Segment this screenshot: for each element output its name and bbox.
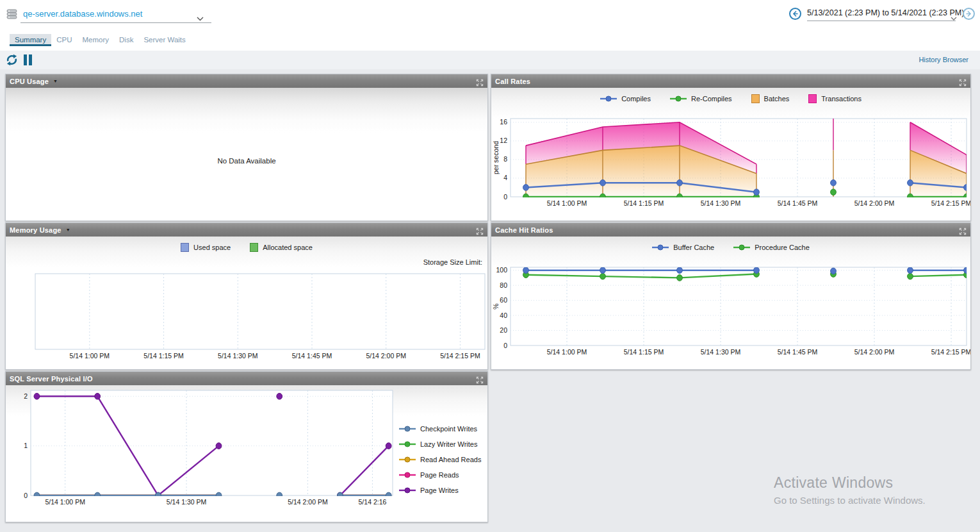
expand-icon: [476, 79, 484, 87]
re-compiles-marker-icon: [670, 96, 687, 102]
cache-hit-ratios-header: Cache Hit Ratios: [491, 223, 970, 237]
previous-range-button[interactable]: [789, 8, 801, 20]
legend-label: Compiles: [621, 95, 651, 103]
legend-label: Transactions: [821, 95, 862, 103]
read-ahead-reads-marker-icon: [399, 456, 416, 463]
legend-item-buffer-cache[interactable]: Buffer Cache: [652, 244, 714, 251]
cpu-usage-dropdown-arrow-icon[interactable]: ▼: [53, 79, 58, 83]
legend-item-compiles[interactable]: Compiles: [600, 95, 651, 103]
svg-text:5/14 1:30 PM: 5/14 1:30 PM: [167, 498, 206, 506]
svg-text:5/14 1:00 PM: 5/14 1:00 PM: [547, 348, 587, 356]
memory-usage-panel: Memory Usage ▼ Used spaceAllocated space…: [5, 222, 488, 370]
legend-label: Page Writes: [420, 486, 459, 494]
legend-item-lazy-writer-writes[interactable]: Lazy Writer Writes: [399, 440, 487, 448]
storage-size-limit-label: Storage Size Limit:: [6, 258, 487, 270]
memory-usage-expand-button[interactable]: [476, 226, 484, 234]
svg-text:%: %: [492, 303, 500, 309]
physical-io-chart: 5/14 1:00 PM5/14 1:30 PM5/14 2:00 PM5/14…: [6, 385, 402, 513]
cpu-usage-header: CPU Usage ▼: [6, 74, 487, 88]
cpu-usage-body: No Data Available: [6, 88, 487, 220]
cache-hit-ratios-expand-button[interactable]: [959, 226, 967, 234]
tab-memory[interactable]: Memory: [77, 34, 114, 46]
legend-label: Lazy Writer Writes: [420, 440, 477, 448]
memory-usage-header: Memory Usage ▼: [6, 223, 487, 237]
activate-windows-subtext: Go to Settings to activate Windows.: [774, 495, 926, 506]
memory-usage-dropdown-arrow-icon[interactable]: ▼: [66, 228, 70, 232]
used-space-marker-icon: [181, 243, 189, 252]
pause-icon: [24, 54, 34, 65]
time-range-value[interactable]: 5/13/2021 (2:23 PM) to 5/14/2021 (2:23 P…: [807, 8, 956, 21]
refresh-icon: [5, 53, 19, 67]
physical-io-panel: SQL Server Physical I/O 5/14 1:00 PM5/14…: [5, 371, 488, 522]
svg-text:per second: per second: [492, 141, 500, 174]
physical-io-body: 5/14 1:00 PM5/14 1:30 PM5/14 2:00 PM5/14…: [6, 385, 487, 522]
pause-button[interactable]: [22, 53, 36, 67]
svg-text:8: 8: [503, 155, 507, 163]
legend-item-procedure-cache[interactable]: Procedure Cache: [733, 244, 810, 251]
buffer-cache-marker-icon: [652, 244, 669, 251]
tab-summary[interactable]: Summary: [10, 34, 51, 46]
memory-usage-title: Memory Usage: [10, 226, 61, 234]
legend-item-checkpoint-writes[interactable]: Checkpoint Writes: [399, 425, 487, 433]
svg-text:5/14 1:15 PM: 5/14 1:15 PM: [624, 199, 664, 207]
batches-marker-icon: [751, 94, 760, 103]
legend-item-read-ahead-reads[interactable]: Read Ahead Reads: [399, 456, 487, 463]
refresh-button[interactable]: [5, 53, 19, 67]
svg-text:4: 4: [503, 174, 507, 181]
transactions-marker-icon: [808, 94, 817, 103]
legend-item-transactions[interactable]: Transactions: [808, 94, 862, 103]
physical-io-expand-button[interactable]: [476, 375, 484, 383]
cache-hit-ratios-chart: 5/14 1:00 PM5/14 1:15 PM5/14 1:30 PM5/14…: [491, 258, 970, 369]
compiles-marker-icon: [600, 96, 617, 102]
history-browser-link[interactable]: History Browser: [919, 56, 968, 63]
time-range-chevron-down-icon[interactable]: [951, 12, 957, 24]
cpu-usage-panel: CPU Usage ▼ No Data Available: [5, 74, 488, 221]
legend-item-re-compiles[interactable]: Re-Compiles: [670, 95, 732, 103]
svg-text:5/14 1:00 PM: 5/14 1:00 PM: [547, 199, 587, 207]
cpu-usage-expand-button[interactable]: [476, 78, 484, 85]
physical-io-legend: Checkpoint WritesLazy Writer WritesRead …: [399, 425, 487, 502]
server-selector[interactable]: qe-server.database.windows.net: [6, 6, 211, 23]
legend-item-used-space[interactable]: Used space: [181, 243, 231, 252]
svg-text:5/14 1:45 PM: 5/14 1:45 PM: [292, 352, 332, 360]
svg-text:5/14 2:00 PM: 5/14 2:00 PM: [288, 498, 327, 506]
call-rates-body: CompilesRe-CompilesBatchesTransactions 5…: [491, 88, 970, 220]
svg-text:0: 0: [503, 193, 507, 201]
legend-label: Batches: [764, 95, 790, 103]
svg-text:16: 16: [500, 118, 507, 126]
server-name: qe-server.database.windows.net: [23, 9, 142, 19]
cache-hit-ratios-panel: Cache Hit Ratios Buffer CacheProcedure C…: [491, 222, 971, 370]
call-rates-header: Call Rates: [491, 74, 970, 88]
svg-text:2: 2: [24, 392, 28, 400]
expand-icon: [476, 228, 484, 235]
call-rates-title: Call Rates: [495, 78, 530, 85]
allocated-space-marker-icon: [250, 243, 258, 252]
activate-windows-text: Activate Windows: [774, 474, 926, 492]
page-writes-marker-icon: [399, 487, 416, 494]
next-range-button[interactable]: [963, 8, 975, 20]
call-rates-legend: CompilesRe-CompilesBatchesTransactions: [491, 88, 970, 110]
svg-text:5/14 2:00 PM: 5/14 2:00 PM: [854, 348, 894, 356]
expand-icon: [959, 79, 967, 87]
call-rates-chart: 5/14 1:00 PM5/14 1:15 PM5/14 1:30 PM5/14…: [491, 110, 970, 220]
svg-text:12: 12: [500, 137, 507, 144]
lazy-writer-writes-marker-icon: [399, 441, 416, 447]
legend-label: Procedure Cache: [755, 244, 810, 251]
checkpoint-writes-marker-icon: [399, 426, 416, 432]
svg-text:0: 0: [503, 342, 507, 349]
tab-server-waits[interactable]: Server Waits: [138, 34, 190, 46]
legend-item-page-writes[interactable]: Page Writes: [399, 486, 487, 494]
svg-text:60: 60: [500, 296, 507, 304]
legend-label: Checkpoint Writes: [420, 425, 477, 433]
top-bar: qe-server.database.windows.net 5/13/2021…: [0, 0, 980, 32]
cpu-usage-title: CPU Usage: [10, 78, 49, 85]
tab-disk[interactable]: Disk: [114, 34, 138, 46]
tab-cpu[interactable]: CPU: [51, 34, 77, 46]
procedure-cache-marker-icon: [733, 244, 750, 251]
call-rates-expand-button[interactable]: [959, 78, 967, 85]
memory-usage-body: Used spaceAllocated space Storage Size L…: [6, 237, 487, 369]
svg-text:40: 40: [500, 312, 507, 319]
legend-item-allocated-space[interactable]: Allocated space: [250, 243, 313, 252]
legend-item-page-reads[interactable]: Page Reads: [399, 471, 487, 479]
legend-item-batches[interactable]: Batches: [751, 94, 790, 103]
